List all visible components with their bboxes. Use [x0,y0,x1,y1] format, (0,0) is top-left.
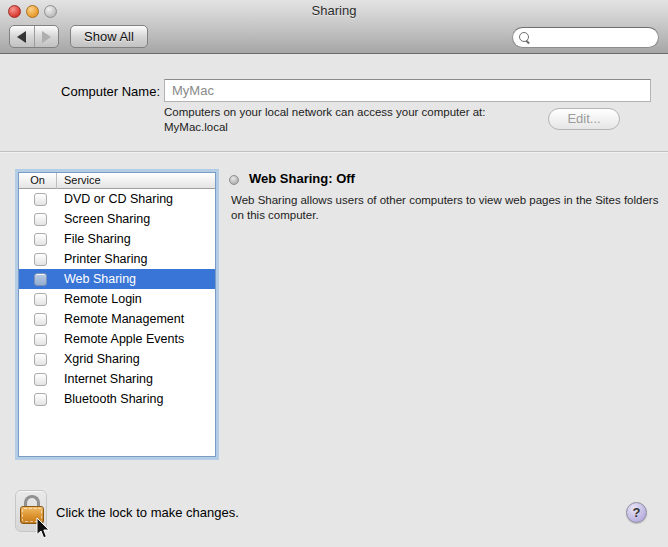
search-input[interactable] [534,31,649,45]
computer-local-hostname: MyMac.local [164,121,228,133]
search-field[interactable] [512,27,659,48]
service-checkbox[interactable] [34,213,47,226]
service-row[interactable]: DVD or CD Sharing [19,189,215,209]
service-row[interactable]: Remote Management [19,309,215,329]
window-title: Sharing [0,3,668,18]
service-checkbox[interactable] [34,253,47,266]
service-checkbox[interactable] [34,393,47,406]
service-description: Web Sharing allows users of other comput… [231,193,667,223]
service-checkbox[interactable] [34,313,47,326]
service-checkbox[interactable] [34,233,47,246]
sharing-preferences-window: Sharing Show All Computer Name: Computer… [0,0,668,547]
service-list-body: DVD or CD SharingScreen SharingFile Shar… [19,189,215,409]
service-label: File Sharing [64,232,131,246]
service-checkbox[interactable] [34,293,47,306]
service-row[interactable]: File Sharing [19,229,215,249]
computer-name-label: Computer Name: [10,84,160,99]
mouse-cursor-icon [36,518,52,540]
service-label: Remote Apple Events [64,332,184,346]
lock-hint-text: Click the lock to make changes. [56,505,239,520]
help-button[interactable]: ? [626,502,647,523]
service-list: On Service DVD or CD SharingScreen Shari… [18,172,216,457]
service-label: Remote Login [64,292,142,306]
forward-arrow-icon [42,31,51,43]
edit-button[interactable]: Edit... [548,108,620,130]
service-row[interactable]: Remote Apple Events [19,329,215,349]
title-bar[interactable]: Sharing [0,0,668,22]
computer-name-input[interactable] [164,79,651,102]
column-header-on[interactable]: On [19,174,56,186]
back-button[interactable] [10,26,34,47]
service-checkbox[interactable] [34,273,47,286]
service-status-title: Web Sharing: Off [249,171,355,186]
computer-name-description: Computers on your local network can acce… [164,106,486,118]
service-row[interactable]: Xgrid Sharing [19,349,215,369]
service-label: DVD or CD Sharing [64,192,173,206]
service-row[interactable]: Screen Sharing [19,209,215,229]
service-list-header: On Service [19,173,215,189]
nav-segmented-control [9,25,59,48]
service-label: Screen Sharing [64,212,150,226]
service-label: Bluetooth Sharing [64,392,163,406]
service-row[interactable]: Internet Sharing [19,369,215,389]
service-checkbox[interactable] [34,193,47,206]
service-row[interactable]: Web Sharing [19,269,215,289]
service-label: Remote Management [64,312,184,326]
service-label: Internet Sharing [64,372,153,386]
service-row[interactable]: Bluetooth Sharing [19,389,215,409]
status-indicator-icon [229,175,239,185]
back-arrow-icon [17,31,26,43]
search-icon [519,32,531,44]
service-row[interactable]: Printer Sharing [19,249,215,269]
service-label: Web Sharing [64,272,136,286]
section-divider [0,151,668,153]
service-label: Printer Sharing [64,252,147,266]
column-separator [56,173,57,189]
forward-button[interactable] [34,26,59,47]
show-all-button[interactable]: Show All [70,25,148,48]
service-checkbox[interactable] [34,373,47,386]
service-checkbox[interactable] [34,353,47,366]
window-chrome: Sharing Show All [0,0,668,54]
service-row[interactable]: Remote Login [19,289,215,309]
service-label: Xgrid Sharing [64,352,140,366]
column-header-service[interactable]: Service [64,174,101,186]
service-checkbox[interactable] [34,333,47,346]
